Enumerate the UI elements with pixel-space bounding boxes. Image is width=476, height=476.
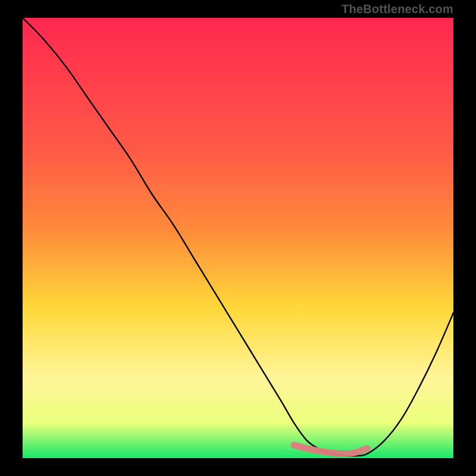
chart-frame: TheBottleneck.com	[0, 0, 476, 476]
watermark-text: TheBottleneck.com	[342, 2, 453, 16]
plot-area	[23, 18, 453, 458]
gradient-background	[23, 18, 453, 458]
chart-svg	[23, 18, 453, 458]
